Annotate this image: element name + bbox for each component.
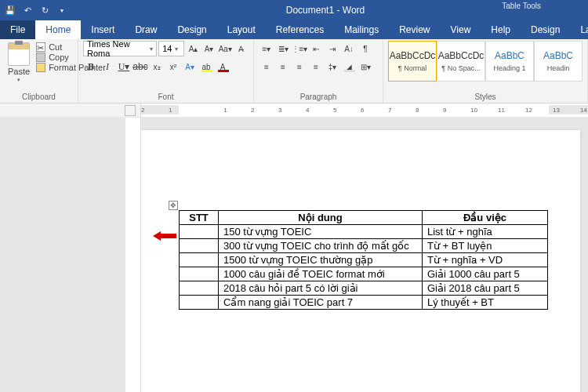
subscript-button[interactable]: x₂ (149, 59, 165, 74)
tab-home[interactable]: Home (35, 20, 81, 39)
style-heading-1[interactable]: AaBbCHeading 1 (485, 41, 534, 82)
tab-references[interactable]: References (266, 20, 334, 39)
table-move-handle-icon[interactable]: ✥ (169, 201, 178, 210)
line-spacing-button[interactable]: ‡▾ (325, 59, 340, 74)
cell-nd[interactable]: 150 từ vựng TOEIC (219, 225, 423, 239)
cell-dv[interactable]: Giải 1000 câu part 5 (423, 267, 548, 281)
tab-layout[interactable]: Layout (217, 20, 266, 39)
font-name-dropdown[interactable]: Times New Roma▾ (83, 41, 157, 56)
shading-button[interactable]: ◢ (341, 59, 357, 74)
tab-help[interactable]: Help (481, 20, 521, 39)
table-row[interactable]: 2018 câu hỏi part 5 có lời giảiGiải 2018… (180, 281, 548, 296)
cell-nd[interactable]: 300 từ vựng TOEIC cho trình độ mất gốc (219, 239, 423, 253)
tab-view[interactable]: View (441, 20, 481, 39)
ruler-mark: 1 (169, 107, 172, 114)
tab-table-design[interactable]: Design (521, 20, 570, 39)
tab-insert[interactable]: Insert (81, 20, 125, 39)
shrink-font-button[interactable]: A▾ (202, 41, 216, 56)
cell-stt[interactable] (180, 253, 219, 267)
paste-button[interactable]: Paste ▾ (5, 41, 33, 92)
style-headin[interactable]: AaBbCHeadin (534, 41, 583, 82)
align-right-button[interactable]: ≡ (292, 59, 307, 74)
table-tools-label: Table Tools (502, 2, 541, 10)
ruler-mark: 13 (553, 107, 560, 114)
format-painter-icon (36, 63, 45, 72)
change-case-button[interactable]: Aa▾ (218, 41, 233, 56)
italic-button[interactable]: I (100, 59, 115, 74)
clear-formatting-button[interactable]: A̶ (234, 41, 249, 56)
vertical-ruler[interactable] (125, 118, 141, 392)
content-table[interactable]: STT Nội dung Đầu việc 150 từ vựng TOEICL… (179, 210, 548, 310)
tab-mailings[interactable]: Mailings (334, 20, 389, 39)
tab-design[interactable]: Design (167, 20, 216, 39)
document-page[interactable]: ✥ STT Nội dung Đầu việc 150 từ vựng TOEI… (141, 130, 580, 392)
style---normal[interactable]: AaBbCcDc¶ Normal (388, 41, 437, 82)
decrease-indent-button[interactable]: ⇤ (308, 41, 324, 56)
table-row[interactable]: 300 từ vựng TOEIC cho trình độ mất gốcTừ… (180, 239, 548, 253)
redo-icon[interactable]: ↻ (39, 5, 50, 16)
cell-stt[interactable] (180, 296, 219, 310)
grow-font-button[interactable]: A▴ (186, 41, 200, 56)
cell-dv[interactable]: Giải 2018 câu part 5 (423, 281, 548, 296)
ruler-corner (0, 103, 141, 117)
sort-button[interactable]: A↓ (341, 41, 357, 56)
tab-file[interactable]: File (0, 20, 35, 39)
table-row[interactable]: 1000 câu giải đề TOEIC format mớiGiải 10… (180, 267, 548, 281)
bold-button[interactable]: B (83, 59, 99, 74)
justify-button[interactable]: ≡ (308, 59, 324, 74)
cell-dv[interactable]: Từ + nghĩa + VD (423, 253, 548, 267)
title-bar: 💾 ↶ ↻ ▾ Document1 - Word Table Tools (0, 0, 588, 20)
numbering-button[interactable]: ≣▾ (275, 41, 291, 56)
cell-stt[interactable] (180, 267, 219, 281)
cell-dv[interactable]: Lý thuyết + BT (423, 296, 548, 310)
tab-selector-icon[interactable] (125, 105, 136, 116)
paste-more-icon[interactable]: ▾ (17, 77, 20, 83)
cell-stt[interactable] (180, 281, 219, 296)
ruler-mark: 11 (498, 107, 505, 114)
cell-stt[interactable] (180, 225, 219, 239)
superscript-button[interactable]: x² (165, 59, 181, 74)
cell-dv[interactable]: Từ + BT luyện (423, 239, 548, 253)
group-styles-label: Styles (388, 92, 583, 103)
qat-more-icon[interactable]: ▾ (56, 5, 67, 16)
style-sample: AaBbCcDc (390, 50, 436, 61)
text-effects-button[interactable]: A▾ (182, 59, 198, 74)
highlight-button[interactable]: ab (198, 59, 214, 74)
cell-nd[interactable]: 1000 câu giải đề TOEIC format mới (219, 267, 423, 281)
paste-icon (8, 42, 30, 66)
table-row[interactable]: 1500 từ vựng TOEIC thường gặpTừ + nghĩa … (180, 253, 548, 267)
strikethrough-button[interactable]: abc (132, 59, 148, 74)
borders-button[interactable]: ⊞▾ (358, 59, 373, 74)
align-left-button[interactable]: ≡ (259, 59, 274, 74)
style---no-spac---[interactable]: AaBbCcDc¶ No Spac... (437, 41, 485, 82)
header-dauviec[interactable]: Đầu việc (423, 211, 548, 225)
cell-dv[interactable]: List từ + nghĩa (423, 225, 548, 239)
tab-draw[interactable]: Draw (125, 20, 167, 39)
align-center-button[interactable]: ≡ (275, 59, 291, 74)
ribbon-home: Paste ▾ ✂Cut Copy Format Painter Clipboa… (0, 39, 588, 103)
underline-button[interactable]: U▾ (116, 59, 132, 74)
increase-indent-button[interactable]: ⇥ (325, 41, 340, 56)
header-stt[interactable]: STT (180, 211, 219, 225)
cell-nd[interactable]: Cẩm nang giải TOEIC part 7 (219, 296, 423, 310)
table-row[interactable]: 150 từ vựng TOEICList từ + nghĩa (180, 225, 548, 239)
font-size-dropdown[interactable]: 14▾ (158, 41, 184, 56)
bullets-button[interactable]: ≡▾ (259, 41, 274, 56)
table-row[interactable]: Cẩm nang giải TOEIC part 7Lý thuyết + BT (180, 296, 548, 310)
horizontal-ruler[interactable]: 211234567891011121314 (0, 103, 588, 118)
header-noidung[interactable]: Nội dung (219, 211, 423, 225)
tab-table-layout[interactable]: Layout (570, 20, 588, 39)
font-color-button[interactable]: A (215, 59, 230, 74)
show-marks-button[interactable]: ¶ (358, 41, 373, 56)
group-clipboard: Paste ▾ ✂Cut Copy Format Painter Clipboa… (0, 39, 78, 103)
table-header-row[interactable]: STT Nội dung Đầu việc (180, 211, 548, 225)
cell-nd[interactable]: 1500 từ vựng TOEIC thường gặp (219, 253, 423, 267)
tab-review[interactable]: Review (389, 20, 440, 39)
annotation-arrow-icon (153, 230, 176, 241)
multilevel-list-button[interactable]: ⋮≡▾ (292, 41, 307, 56)
cell-nd[interactable]: 2018 câu hỏi part 5 có lời giải (219, 281, 423, 296)
save-icon[interactable]: 💾 (5, 5, 16, 16)
group-paragraph: ≡▾ ≣▾ ⋮≡▾ ⇤ ⇥ A↓ ¶ ≡ ≡ ≡ ≡ ‡▾ ◢ ⊞▾ (254, 39, 383, 103)
cell-stt[interactable] (180, 239, 219, 253)
undo-icon[interactable]: ↶ (22, 5, 33, 16)
